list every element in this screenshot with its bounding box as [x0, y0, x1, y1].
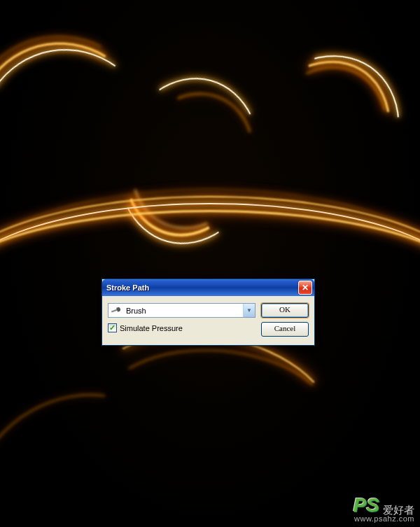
cancel-button-label: Cancel — [274, 324, 296, 332]
dialog-left-column: Brush ▼ ✓ Simulate Pressure — [108, 303, 255, 337]
canvas-background — [0, 0, 420, 527]
simulate-pressure-row: ✓ Simulate Pressure — [108, 323, 255, 332]
dialog-body: Brush ▼ ✓ Simulate Pressure OK Cancel — [102, 296, 314, 345]
brush-icon — [111, 306, 122, 316]
dialog-right-column: OK Cancel — [261, 303, 309, 337]
tool-selected-label: Brush — [126, 307, 243, 315]
simulate-pressure-checkbox[interactable]: ✓ — [108, 323, 117, 332]
close-button[interactable]: ✕ — [298, 281, 312, 295]
stroke-path-dialog: Stroke Path ✕ Brush ▼ ✓ Simulate Pressur… — [102, 279, 315, 346]
watermark-cn-text: 爱好者 — [383, 505, 414, 515]
ok-button[interactable]: OK — [261, 303, 309, 318]
cancel-button[interactable]: Cancel — [261, 322, 309, 337]
watermark: PS 爱好者 www.psahz.com — [354, 496, 414, 523]
simulate-pressure-label: Simulate Pressure — [120, 324, 183, 332]
tool-combobox[interactable]: Brush ▼ — [108, 303, 255, 318]
close-icon: ✕ — [302, 283, 309, 293]
chevron-down-icon: ▼ — [243, 304, 255, 317]
watermark-url: www.psahz.com — [354, 515, 414, 523]
dialog-title: Stroke Path — [106, 283, 298, 292]
dialog-titlebar[interactable]: Stroke Path ✕ — [102, 279, 314, 296]
watermark-logo: PS — [354, 496, 379, 515]
ok-button-label: OK — [279, 305, 290, 314]
